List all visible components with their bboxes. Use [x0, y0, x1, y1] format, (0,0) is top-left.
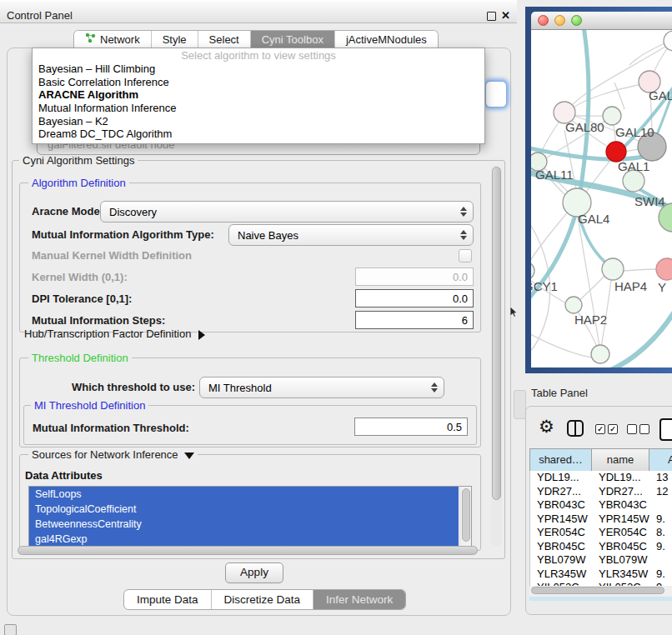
network-node[interactable]	[565, 297, 582, 313]
dpi-tolerance-field[interactable]: 0.0	[355, 289, 474, 308]
table-cell[interactable]: YPR145W	[530, 512, 592, 527]
deselect-all-checkbox-icon[interactable]	[627, 424, 637, 434]
table-row[interactable]: YBR043CYBR043C	[530, 498, 672, 512]
attributes-scrollbar[interactable]	[459, 487, 471, 548]
algorithm-option[interactable]: Bayesian – K2	[33, 115, 484, 128]
table-row[interactable]: YLR345WYLR345W9.	[530, 568, 672, 582]
network-node[interactable]	[656, 258, 672, 280]
mi-steps-field[interactable]: 6	[355, 311, 474, 329]
algorithm-option[interactable]: Dream8 DC_TDC Algorithm	[33, 128, 484, 141]
settings-horizontal-scrollbar[interactable]	[16, 545, 488, 556]
settings-vertical-scrollbar[interactable]	[491, 165, 502, 547]
network-node[interactable]	[591, 345, 609, 363]
table-cell[interactable]: YLR345W	[530, 568, 592, 582]
stepper-arrows-icon	[460, 230, 467, 240]
table-cell[interactable]: YLR345W	[592, 568, 649, 582]
algorithm-option[interactable]: ARACNE Algorithm	[33, 88, 484, 102]
network-node[interactable]	[602, 258, 624, 280]
data-attribute-item[interactable]: SelfLoops	[29, 487, 459, 502]
settings-vertical-scrollbar-thumb[interactable]	[492, 167, 501, 500]
table-cell[interactable]: YDR27...	[592, 485, 649, 499]
stepper-arrows-icon	[431, 382, 438, 392]
table-cell[interactable]	[649, 498, 672, 512]
select-all-checkbox-icon[interactable]: ✓	[608, 424, 618, 434]
network-edge	[579, 275, 605, 302]
algorithm-option[interactable]: Bayesian – Hill Climbing	[33, 62, 484, 76]
close-icon[interactable]: ✕	[501, 5, 510, 27]
tab-infer-network[interactable]: Infer Network	[313, 590, 405, 609]
apply-button[interactable]: Apply	[225, 562, 283, 583]
column-header-shared-name[interactable]: shared…	[530, 449, 592, 472]
tab-jactivemnodules[interactable]: jActiveMNodules	[335, 31, 438, 49]
which-threshold-combobox[interactable]: MI Threshold	[199, 377, 444, 398]
column-header-partial[interactable]: A	[649, 449, 672, 472]
mi-algorithm-type-combobox[interactable]: Naive Bayes	[228, 224, 474, 246]
table-row[interactable]: YBL079WYBL079W	[530, 553, 672, 568]
table-horizontal-scrollbar[interactable]	[529, 586, 672, 596]
table-cell[interactable]: YER054C	[530, 526, 592, 540]
tab-network[interactable]: Network	[74, 31, 152, 49]
split-columns-icon[interactable]	[567, 420, 584, 437]
table-cell[interactable]: 13	[649, 471, 672, 485]
table-cell[interactable]: YER054C	[592, 526, 649, 540]
table-cell[interactable]	[649, 553, 672, 568]
tab-impute-data[interactable]: Impute Data	[124, 590, 212, 609]
table-cell[interactable]: YBR045C	[592, 540, 649, 554]
close-traffic-light-icon[interactable]	[538, 15, 549, 26]
manual-kernel-width-checkbox[interactable]	[459, 249, 472, 262]
table-cell[interactable]: YDL19...	[530, 471, 592, 485]
data-attribute-item[interactable]: BetweennessCentrality	[29, 517, 459, 532]
hub-transcription-factor-expander[interactable]: Hub/Transcription Factor Definition	[24, 328, 205, 340]
table-row[interactable]: YBR045CYBR045C9.	[530, 540, 672, 554]
table-cell[interactable]: 12	[649, 485, 672, 499]
table-cell[interactable]: YBL079W	[592, 553, 649, 568]
table-cell[interactable]: 8.	[649, 526, 672, 540]
tab-style[interactable]: Style	[152, 31, 198, 49]
network-window-titlebar[interactable]	[531, 12, 672, 30]
deselect-all-checkbox-icon[interactable]	[639, 424, 649, 434]
table-cell[interactable]: YBR043C	[592, 498, 649, 512]
data-attribute-item[interactable]: TopologicalCoefficient	[29, 502, 459, 517]
settings-horizontal-scrollbar-thumb[interactable]	[18, 546, 478, 555]
algorithm-combobox-focus-edge[interactable]	[485, 81, 507, 108]
mi-threshold-field[interactable]: 0.5	[354, 418, 468, 436]
data-attributes-list: SelfLoopsTopologicalCoefficientBetweenne…	[28, 486, 472, 548]
network-canvas[interactable]: GALGAL80GAL10GAL1GAL11SWI4GAL4GCY1HAP4YH…	[531, 30, 672, 368]
table-cell[interactable]: 9.	[649, 540, 672, 554]
network-node[interactable]	[531, 262, 534, 280]
zoom-traffic-light-icon[interactable]	[571, 15, 582, 26]
sources-group-title[interactable]: Sources for Network Inference	[28, 448, 198, 461]
table-cell[interactable]: YPR145W	[592, 512, 649, 527]
table-row[interactable]: YDR27...YDR27...12	[530, 485, 672, 499]
table-cell[interactable]: YDL19...	[592, 471, 649, 485]
attributes-scrollbar-thumb[interactable]	[462, 488, 470, 542]
network-node[interactable]	[664, 31, 672, 51]
table-cell[interactable]: 9.	[649, 568, 672, 582]
table-row[interactable]: YER054CYER054C8.	[530, 526, 672, 540]
table-row[interactable]: YPR145WYPR145W9.	[530, 512, 672, 527]
table-body: YDL19...YDL19...13YDR27...YDR27...12YBR0…	[529, 471, 672, 586]
algorithm-option[interactable]: Mutual Information Inference	[33, 102, 484, 115]
tab-select[interactable]: Select	[198, 31, 251, 49]
table-cell[interactable]: YDR27...	[530, 485, 592, 499]
minimize-traffic-light-icon[interactable]	[554, 15, 565, 26]
float-window-icon[interactable]	[487, 12, 496, 21]
table-cell[interactable]: YBL079W	[530, 553, 592, 568]
table-settings-gear-icon[interactable]: ⚙	[539, 417, 554, 437]
panel-divider-grip[interactable]	[514, 390, 526, 419]
kernel-width-field[interactable]: 0.0	[355, 268, 474, 286]
algorithm-option[interactable]: Basic Correlation Inference	[33, 76, 484, 89]
table-cell[interactable]: YBR045C	[530, 540, 592, 554]
column-header-name[interactable]: name	[592, 449, 649, 472]
select-all-checkbox-icon[interactable]: ✓	[595, 424, 605, 434]
tab-discretize-data[interactable]: Discretize Data	[212, 590, 314, 609]
table-horizontal-scrollbar-thumb[interactable]	[531, 587, 664, 594]
tab-cyni-toolbox[interactable]: Cyni Toolbox	[251, 31, 335, 49]
aracne-mode-combobox[interactable]: Discovery	[100, 201, 474, 222]
table-cell[interactable]: YBR043C	[530, 498, 592, 512]
network-node[interactable]	[603, 107, 621, 125]
minimized-panel-icon[interactable]	[4, 624, 17, 635]
new-table-icon[interactable]	[659, 418, 672, 441]
table-row[interactable]: YDL19...YDL19...13	[530, 471, 672, 485]
table-cell[interactable]: 9.	[649, 512, 672, 527]
